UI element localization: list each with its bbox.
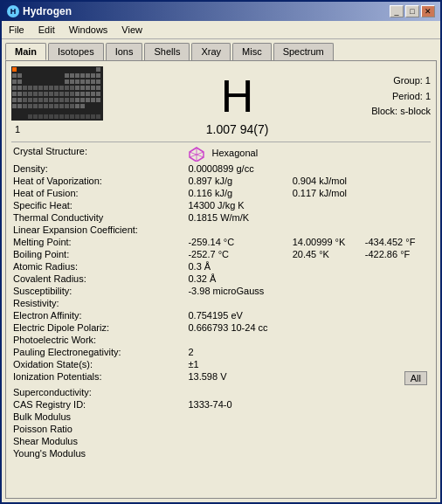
svg-rect-8 xyxy=(80,73,85,78)
svg-rect-36 xyxy=(91,86,95,90)
element-symbol-area: H 1.007 94(7) xyxy=(103,66,371,136)
svg-rect-61 xyxy=(44,98,48,102)
menu-windows[interactable]: Windows xyxy=(66,23,112,37)
tab-misc[interactable]: Misc xyxy=(232,43,272,60)
top-section: 1 H 1.007 94(7) Group: 1 Period: 1 Block… xyxy=(11,66,431,136)
svg-rect-83 xyxy=(70,104,74,108)
prop-label: Specific Heat: xyxy=(11,199,186,211)
svg-rect-80 xyxy=(54,104,59,108)
svg-rect-11 xyxy=(96,73,100,78)
svg-rect-62 xyxy=(49,98,53,102)
svg-rect-58 xyxy=(28,98,32,102)
prop-label: Boiling Point: xyxy=(11,248,186,260)
prop-label: Bulk Modulus xyxy=(11,411,186,423)
svg-rect-71 xyxy=(96,98,100,102)
svg-rect-37 xyxy=(96,86,100,90)
svg-rect-9 xyxy=(86,73,90,78)
element-number: 1 xyxy=(15,124,103,135)
svg-rect-68 xyxy=(80,98,85,102)
element-group: Group: 1 xyxy=(371,73,431,89)
svg-rect-76 xyxy=(33,104,38,108)
svg-rect-47 xyxy=(59,92,64,96)
table-row: Covalent Radius: 0.32 Å xyxy=(11,273,431,285)
svg-rect-72 xyxy=(12,104,17,108)
svg-rect-49 xyxy=(70,92,74,96)
prop-value: 0.116 kJ/g xyxy=(186,187,290,199)
svg-rect-33 xyxy=(75,86,79,90)
prop-label: Shear Modulus xyxy=(11,435,186,447)
svg-rect-34 xyxy=(80,86,85,90)
svg-rect-44 xyxy=(44,92,48,96)
prop-value: Hexagonal xyxy=(186,145,290,162)
all-button[interactable]: All xyxy=(404,371,427,385)
tab-isotopes[interactable]: Isotopes xyxy=(48,43,104,60)
divider-top xyxy=(11,142,431,142)
table-row: Crystal Structure: Hexagonal xyxy=(11,145,431,162)
svg-rect-86 xyxy=(28,114,32,119)
svg-rect-99 xyxy=(96,114,100,119)
periodic-table-mini[interactable]: 1 xyxy=(11,66,103,135)
prop-label: Atomic Radius: xyxy=(11,260,186,273)
prop-value: -259.14 °C xyxy=(186,236,290,248)
svg-rect-82 xyxy=(65,104,69,108)
svg-rect-43 xyxy=(38,92,43,96)
menu-edit[interactable]: Edit xyxy=(35,23,59,37)
menu-file[interactable]: File xyxy=(5,23,28,37)
svg-rect-69 xyxy=(86,98,90,102)
prop-value: 0.1815 W/m/K xyxy=(186,211,290,224)
svg-rect-95 xyxy=(75,114,79,119)
close-button[interactable]: ✕ xyxy=(421,5,435,17)
svg-rect-4 xyxy=(17,73,22,78)
prop-value: 0.0000899 g/cc xyxy=(186,162,290,175)
svg-rect-63 xyxy=(54,98,59,102)
svg-rect-74 xyxy=(23,104,27,108)
svg-rect-12 xyxy=(12,79,17,84)
menu-view[interactable]: View xyxy=(118,23,146,37)
tab-xray[interactable]: Xray xyxy=(191,43,231,60)
svg-rect-51 xyxy=(80,92,85,96)
element-period: Period: 1 xyxy=(371,89,431,105)
svg-rect-85 xyxy=(80,104,85,108)
tab-main[interactable]: Main xyxy=(5,43,46,60)
maximize-button[interactable]: □ xyxy=(405,5,419,17)
table-row: Density: 0.0000899 g/cc xyxy=(11,162,431,175)
svg-rect-57 xyxy=(23,98,27,102)
svg-rect-98 xyxy=(91,114,95,119)
svg-rect-55 xyxy=(12,98,17,102)
svg-rect-67 xyxy=(75,98,79,102)
prop-value: ±1 xyxy=(186,358,290,370)
prop-label: Young's Modulus xyxy=(11,447,186,459)
svg-rect-75 xyxy=(28,104,32,108)
svg-rect-19 xyxy=(91,79,95,84)
table-row: Heat of Fusion: 0.116 kJ/g 0.117 kJ/mol xyxy=(11,187,431,199)
table-row: Oxidation State(s): ±1 xyxy=(11,358,431,370)
table-row: Photoelectric Work: xyxy=(11,334,431,346)
table-row: Pauling Electronegativity: 2 xyxy=(11,346,431,358)
svg-rect-52 xyxy=(86,92,90,96)
table-row: Resistivity: xyxy=(11,297,431,309)
tab-shells[interactable]: Shells xyxy=(144,43,190,60)
prop-value: 0.666793 10-24 cc xyxy=(186,321,290,334)
svg-rect-78 xyxy=(44,104,48,108)
prop-label: Resistivity: xyxy=(11,297,186,309)
title-controls: _ □ ✕ xyxy=(390,5,435,17)
svg-rect-59 xyxy=(33,98,38,102)
svg-rect-41 xyxy=(28,92,32,96)
prop-label: Ionization Potentials: xyxy=(11,370,186,386)
minimize-button[interactable]: _ xyxy=(390,5,404,17)
svg-rect-28 xyxy=(49,86,53,90)
tab-ions[interactable]: Ions xyxy=(106,43,143,60)
svg-rect-96 xyxy=(80,114,85,119)
table-row: Specific Heat: 14300 J/kg K xyxy=(11,199,431,211)
crystal-value: Hexagonal xyxy=(212,148,259,158)
crystal-icon xyxy=(188,146,205,162)
svg-rect-21 xyxy=(12,86,17,90)
window-title: Hydrogen xyxy=(23,5,72,17)
table-row: Linear Expansion Coefficient: xyxy=(11,224,431,236)
tab-spectrum[interactable]: Spectrum xyxy=(273,43,334,60)
prop-value3: -434.452 °F xyxy=(363,236,431,248)
svg-rect-73 xyxy=(17,104,22,108)
svg-rect-14 xyxy=(65,79,69,84)
svg-rect-89 xyxy=(44,114,48,119)
svg-rect-30 xyxy=(59,86,64,90)
